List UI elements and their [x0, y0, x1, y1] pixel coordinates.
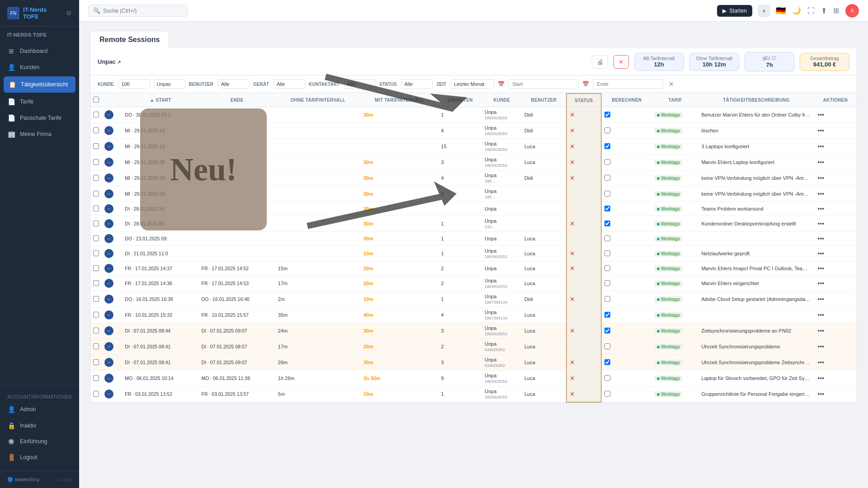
actions-menu-button[interactable]: •••: [816, 249, 825, 258]
row-session-icon[interactable]: ↔: [104, 279, 113, 288]
user-avatar[interactable]: A: [845, 4, 859, 18]
actions-menu-button[interactable]: •••: [816, 174, 825, 183]
sidebar-item-inaktiv[interactable]: 🔒 Inaktiv: [0, 418, 79, 434]
row-checkbox[interactable]: [93, 235, 99, 241]
row-session-icon[interactable]: ↔: [104, 234, 113, 243]
actions-menu-button[interactable]: •••: [816, 189, 825, 198]
row-session-icon[interactable]: ↔: [104, 342, 113, 351]
actions-menu-button[interactable]: •••: [816, 374, 825, 383]
filter-alle1[interactable]: Alle: [218, 79, 250, 89]
sidebar-logo[interactable]: FN IT-Nerds TOFE ⚙: [0, 0, 79, 27]
actions-menu-button[interactable]: •••: [816, 310, 825, 319]
berechnen-checkbox[interactable]: [604, 159, 610, 165]
berechnen-checkbox[interactable]: [604, 206, 610, 211]
clear-filter-button[interactable]: ✕: [667, 80, 676, 89]
header-start[interactable]: ▲ START: [122, 94, 198, 107]
berechnen-checkbox[interactable]: [604, 312, 610, 318]
row-session-icon[interactable]: ↔: [104, 310, 113, 319]
berechnen-checkbox[interactable]: [604, 265, 610, 271]
berechnen-checkbox[interactable]: [604, 343, 610, 349]
berechnen-checkbox[interactable]: [604, 191, 610, 197]
row-checkbox[interactable]: [93, 296, 99, 302]
row-checkbox[interactable]: [93, 343, 99, 349]
header-beschr[interactable]: TÄTIGKEITSBESCHREIBUNG: [698, 94, 814, 107]
row-session-icon[interactable]: ↔: [104, 174, 113, 183]
actions-menu-button[interactable]: •••: [816, 358, 825, 367]
row-session-icon[interactable]: ↔: [104, 219, 113, 228]
header-berechnen[interactable]: BERECHNEN: [601, 94, 652, 107]
header-ohne[interactable]: OHNE TARIFINTERVALL: [275, 94, 361, 107]
select-all-checkbox[interactable]: [93, 97, 99, 103]
search-box[interactable]: 🔍: [88, 5, 188, 17]
gear-icon[interactable]: ⚙: [66, 9, 72, 17]
row-session-icon[interactable]: ↔: [104, 189, 113, 198]
sidebar-item-admin[interactable]: 👤 Admin: [0, 401, 79, 418]
row-checkbox[interactable]: [93, 143, 99, 149]
share-icon[interactable]: ⬆: [821, 6, 827, 15]
row-checkbox[interactable]: [93, 265, 99, 271]
actions-menu-button[interactable]: •••: [816, 126, 825, 135]
berechnen-checkbox[interactable]: [604, 127, 610, 133]
actions-menu-button[interactable]: •••: [816, 110, 825, 119]
end-date-input[interactable]: [593, 79, 663, 89]
sidebar-item-dashboard[interactable]: ⊞ Dashboard: [0, 43, 79, 59]
starten-button[interactable]: ▶ Starten: [717, 5, 752, 17]
sidebar-item-kunden[interactable]: 👤 Kunden: [0, 59, 79, 75]
actions-menu-button[interactable]: •••: [816, 326, 825, 335]
berechnen-checkbox[interactable]: [604, 296, 610, 302]
row-session-icon[interactable]: ↔: [104, 326, 113, 335]
row-checkbox[interactable]: [93, 280, 99, 286]
sidebar-item-pauschale[interactable]: 📄 Pauschale Tarife: [0, 110, 79, 126]
row-session-icon[interactable]: ↔: [104, 295, 113, 304]
berechnen-checkbox[interactable]: [604, 359, 610, 365]
row-checkbox[interactable]: [93, 391, 99, 397]
row-session-icon[interactable]: ↔: [104, 158, 113, 167]
berechnen-checkbox[interactable]: [604, 391, 610, 397]
berechnen-checkbox[interactable]: [604, 235, 610, 241]
header-status[interactable]: STATUS: [566, 94, 601, 107]
filter-alle4[interactable]: Alle: [401, 79, 433, 89]
row-checkbox[interactable]: [93, 206, 99, 211]
row-session-icon[interactable]: ↔: [104, 374, 113, 383]
external-link-icon[interactable]: ↗: [117, 60, 121, 65]
row-checkbox[interactable]: [93, 312, 99, 318]
berechnen-checkbox[interactable]: [604, 175, 610, 181]
filter-alle3[interactable]: Alle: [344, 79, 376, 89]
header-kunde[interactable]: KUNDE: [482, 94, 522, 107]
berechnen-checkbox[interactable]: [604, 221, 610, 226]
row-checkbox[interactable]: [93, 175, 99, 181]
close-button[interactable]: ✕: [613, 55, 629, 69]
row-session-icon[interactable]: ↔: [104, 264, 113, 273]
sidebar-item-logout[interactable]: 🚪 Logout: [0, 449, 79, 465]
grid-icon[interactable]: ⊞: [833, 6, 839, 15]
row-checkbox[interactable]: [93, 191, 99, 197]
actions-menu-button[interactable]: •••: [816, 389, 825, 399]
filter-alle2[interactable]: Alle: [274, 79, 305, 89]
row-checkbox[interactable]: [93, 221, 99, 226]
add-button[interactable]: +: [758, 5, 770, 17]
actions-menu-button[interactable]: •••: [816, 295, 825, 304]
header-ende[interactable]: ENDE: [199, 94, 275, 107]
header-benutzer[interactable]: BENUTZER: [522, 94, 566, 107]
header-einheiten[interactable]: EINHEITEN: [439, 94, 482, 107]
berechnen-checkbox[interactable]: [604, 328, 610, 333]
sidebar-item-firma[interactable]: 🏢 Meine Firma: [0, 126, 79, 142]
row-session-icon[interactable]: ↔: [104, 126, 113, 135]
header-tarif[interactable]: TARIF: [652, 94, 699, 107]
row-checkbox[interactable]: [93, 112, 99, 117]
row-checkbox[interactable]: [93, 328, 99, 333]
flag-germany-icon[interactable]: 🇩🇪: [776, 6, 786, 16]
actions-menu-button[interactable]: •••: [816, 204, 825, 213]
row-checkbox[interactable]: [93, 159, 99, 165]
actions-menu-button[interactable]: •••: [816, 342, 825, 351]
filter-period[interactable]: Letzter Monat: [451, 79, 494, 89]
actions-menu-button[interactable]: •••: [816, 142, 825, 151]
berechnen-checkbox[interactable]: [604, 250, 610, 256]
actions-menu-button[interactable]: •••: [816, 219, 825, 228]
row-checkbox[interactable]: [93, 127, 99, 133]
actions-menu-button[interactable]: •••: [816, 264, 825, 273]
actions-menu-button[interactable]: •••: [816, 158, 825, 167]
print-button[interactable]: 🖨: [592, 55, 608, 69]
row-session-icon[interactable]: ↔: [104, 249, 113, 258]
actions-menu-button[interactable]: •••: [816, 279, 825, 288]
